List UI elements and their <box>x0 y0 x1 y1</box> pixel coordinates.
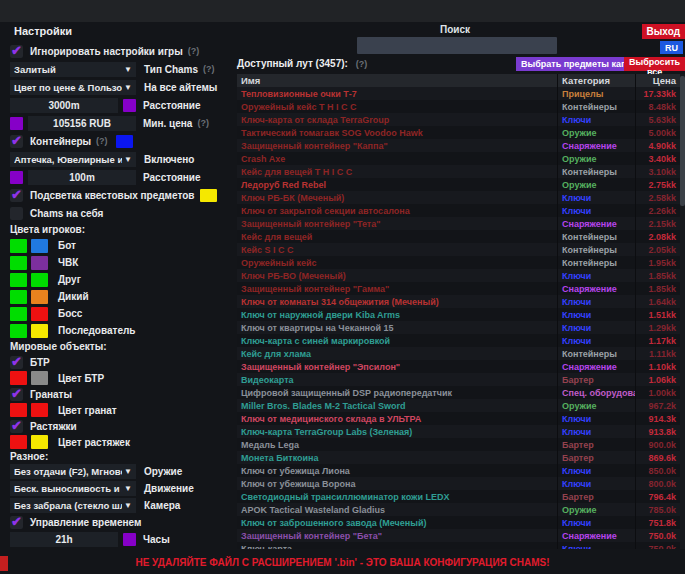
table-row[interactable]: Защищенный контейнер "Гамма"Снаряжение1.… <box>237 282 680 295</box>
table-row[interactable]: Ключ-карта от склада TerraGroupКлючи5.63… <box>237 113 680 126</box>
self-chams-row[interactable]: Chams на себя <box>10 204 234 222</box>
primary-color-swatch[interactable] <box>10 403 27 417</box>
table-row[interactable]: Ключ РБ-ВО (Меченый)Ключи1.85kk <box>237 269 680 282</box>
secondary-color-swatch[interactable] <box>31 239 48 253</box>
table-row[interactable]: Тепловизионные очки Т-7Прицелы17.33kk <box>237 87 680 100</box>
table-row[interactable]: Защищенный контейнер "Эпсилон"Снаряжение… <box>237 360 680 373</box>
column-header-name[interactable]: Имя <box>237 75 557 86</box>
table-scrollbar[interactable] <box>680 74 685 549</box>
help-icon[interactable]: (?) <box>197 118 209 128</box>
containers-row[interactable]: ✔ Контейнеры (?) <box>10 132 234 150</box>
quest-highlight-row[interactable]: ✔ Подсветка квестовых предметов <box>10 186 234 204</box>
min-price-color-swatch[interactable] <box>10 117 23 130</box>
distance-input[interactable] <box>10 98 118 113</box>
table-row[interactable]: Медаль LegaБартер900.0k <box>237 438 680 451</box>
weapon-dropdown[interactable]: Без отдачи (F2), Мгновенное п ▼ <box>10 464 136 479</box>
checkbox[interactable]: ✔ <box>10 135 23 148</box>
table-row[interactable]: Crash AxeОружие3.40kk <box>237 152 680 165</box>
table-row[interactable]: Цифровой защищенный DSP радиопередатчикС… <box>237 386 680 399</box>
search-input[interactable] <box>357 37 557 54</box>
hours-input[interactable] <box>10 532 118 547</box>
primary-color-swatch[interactable] <box>10 239 27 253</box>
primary-color-swatch[interactable] <box>10 273 27 287</box>
included-categories-dropdown[interactable]: Аптечка, Ювелирные и... ▼ <box>10 152 136 167</box>
help-icon[interactable]: (?) <box>356 59 368 69</box>
table-row[interactable]: ВидеокартаБартер1.06kk <box>237 373 680 386</box>
exit-button[interactable]: Выход <box>642 24 685 39</box>
table-row[interactable]: Защищенный контейнер "Тета"Снаряжение2.1… <box>237 217 680 230</box>
table-row[interactable]: Ключ РБ-БК (Меченый)Ключи2.58kk <box>237 191 680 204</box>
table-row[interactable]: Светодиодный трансиллюминатор кожи LEDXБ… <box>237 490 680 503</box>
table-row[interactable]: Оружейный кейс T H I C CКонтейнеры8.48kk <box>237 100 680 113</box>
checkbox[interactable] <box>10 207 23 220</box>
ignore-game-settings-row[interactable]: ✔ Игнорировать настройки игры (?) <box>10 42 234 60</box>
primary-color-swatch[interactable] <box>10 290 27 304</box>
checkbox[interactable]: ✔ <box>10 189 23 202</box>
color-mode-dropdown[interactable]: Цвет по цене & Пользователь ▼ <box>10 80 136 95</box>
table-row[interactable]: Miller Bros. Blades M-2 Tactical SwordОр… <box>237 399 680 412</box>
table-row[interactable]: Кейс S I C CКонтейнеры2.05kk <box>237 243 680 256</box>
table-row[interactable]: Кейс для вещей T H I C CКонтейнеры3.10kk <box>237 165 680 178</box>
checkbox[interactable]: ✔ <box>10 420 23 433</box>
checkbox[interactable]: ✔ <box>10 516 23 529</box>
secondary-color-swatch[interactable] <box>31 307 48 321</box>
checkbox[interactable]: ✔ <box>10 388 23 401</box>
column-header-category[interactable]: Категория <box>557 74 635 87</box>
hours-color-swatch[interactable] <box>123 533 136 546</box>
table-row[interactable]: Ледоруб Red RebelОружие2.75kk <box>237 178 680 191</box>
camera-dropdown[interactable]: Без забрала (стекло шлема) ▼ <box>10 498 136 513</box>
secondary-color-swatch[interactable] <box>31 403 48 417</box>
secondary-color-swatch[interactable] <box>31 435 48 449</box>
table-row[interactable]: Ключ от заброшенного завода (Меченый)Клю… <box>237 516 680 529</box>
primary-color-swatch[interactable] <box>10 307 27 321</box>
scrollbar-thumb[interactable] <box>680 76 685 206</box>
primary-color-swatch[interactable] <box>10 435 27 449</box>
language-button[interactable]: RU <box>660 41 683 54</box>
table-row[interactable]: Защищенный контейнер "Бета"Снаряжение750… <box>237 529 680 542</box>
checkbox[interactable]: ✔ <box>10 356 23 369</box>
table-row[interactable]: APOK Tactical Wasteland GladiusОружие785… <box>237 503 680 516</box>
table-row[interactable]: Ключ от закрытой секции автосалонаКлючи2… <box>237 204 680 217</box>
primary-color-swatch[interactable] <box>10 371 27 385</box>
column-header-price[interactable]: Цена <box>635 74 680 87</box>
containers-color-swatch[interactable] <box>116 135 133 148</box>
table-row[interactable]: Защищенный контейнер "Каппа"Снаряжение4.… <box>237 139 680 152</box>
quest-color-swatch[interactable] <box>200 189 217 202</box>
help-icon[interactable]: (?) <box>96 136 108 146</box>
table-row[interactable]: Ключ-карта с синей маркировкойКлючи1.17k… <box>237 334 680 347</box>
table-row[interactable]: Ключ от убежища ЛионаКлючи850.0k <box>237 464 680 477</box>
secondary-color-swatch[interactable] <box>31 324 48 338</box>
min-price-input[interactable] <box>28 116 136 131</box>
drop-all-button[interactable]: Выбросить все <box>624 57 685 71</box>
chams-type-dropdown[interactable]: Залитый ▼ <box>10 62 136 77</box>
world-object-toggle-row[interactable]: ✔Гранаты <box>10 386 234 402</box>
table-row[interactable]: Ключ от наружной двери Kiba ArmsКлючи1.5… <box>237 308 680 321</box>
time-control-row[interactable]: ✔ Управление временем <box>10 514 234 531</box>
distance2-color-swatch[interactable] <box>10 171 23 184</box>
checkbox[interactable]: ✔ <box>10 45 23 58</box>
table-row[interactable]: Монета БиткоинаБартер869.6k <box>237 451 680 464</box>
table-row[interactable]: Ключ-карта ...Ключи750.0k <box>237 542 680 549</box>
distance2-input[interactable] <box>28 170 136 185</box>
secondary-color-swatch[interactable] <box>31 290 48 304</box>
table-row[interactable]: Ключ от медицинского склада в УЛЬТРАКлюч… <box>237 412 680 425</box>
table-row[interactable]: Кейс для вещейКонтейнеры2.08kk <box>237 230 680 243</box>
table-row[interactable]: Ключ-карта TerraGroup Labs (Зеленая)Ключ… <box>237 425 680 438</box>
help-icon[interactable]: (?) <box>188 46 200 56</box>
table-row[interactable]: Ключ от квартиры на Чеканной 15Ключи1.29… <box>237 321 680 334</box>
help-icon[interactable]: (?) <box>203 64 215 74</box>
movement-dropdown[interactable]: Беск. выносливость и нет уста: ▼ <box>10 481 136 496</box>
table-row[interactable]: Ключ от комнаты 314 общежития (Меченый)К… <box>237 295 680 308</box>
primary-color-swatch[interactable] <box>10 324 27 338</box>
secondary-color-swatch[interactable] <box>31 273 48 287</box>
table-row[interactable]: Ключ от убежища ВоронаКлючи800.0k <box>237 477 680 490</box>
world-object-toggle-row[interactable]: ✔Растяжки <box>10 418 234 434</box>
secondary-color-swatch[interactable] <box>31 371 48 385</box>
table-row[interactable]: Кейс для хламаКонтейнеры1.11kk <box>237 347 680 360</box>
primary-color-swatch[interactable] <box>10 256 27 270</box>
secondary-color-swatch[interactable] <box>31 256 48 270</box>
table-row[interactable]: Оружейный кейсКонтейнеры1.95kk <box>237 256 680 269</box>
select-kappa-button[interactable]: Выбрать предметы каппа <box>516 57 642 71</box>
world-object-toggle-row[interactable]: ✔БТР <box>10 354 234 370</box>
table-row[interactable]: Тактический томагавк SOG Voodoo HawkОруж… <box>237 126 680 139</box>
